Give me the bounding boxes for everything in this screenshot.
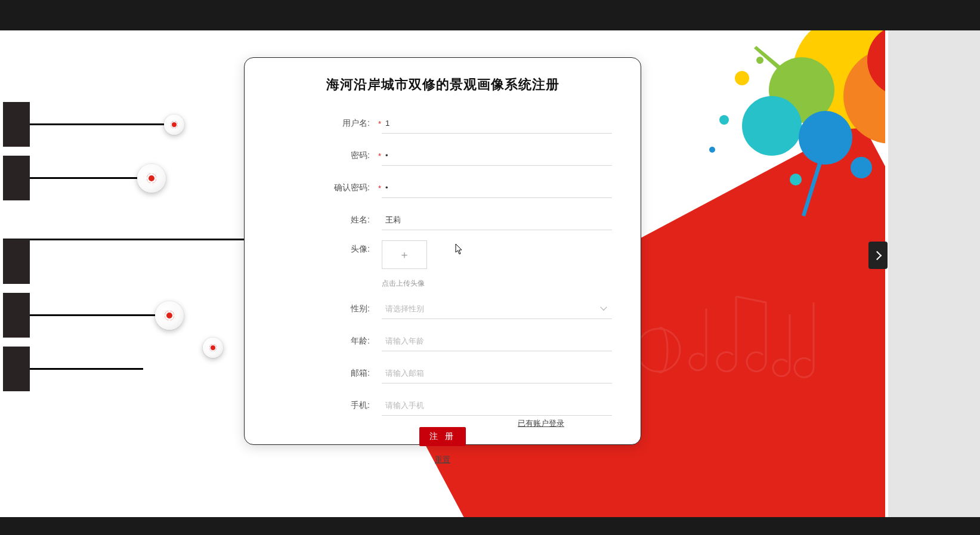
svg-point-4 <box>769 57 834 123</box>
reset-button[interactable]: 重置 <box>435 454 450 465</box>
username-field[interactable] <box>382 113 612 134</box>
svg-point-8 <box>719 115 729 125</box>
label-email: 邮箱: <box>273 368 375 379</box>
piano-key-line <box>30 314 155 316</box>
email-field[interactable] <box>382 363 612 384</box>
required-mark: * <box>375 151 382 160</box>
required-mark: * <box>375 184 382 193</box>
cd-disc-icon <box>137 164 166 193</box>
piano-key-line <box>30 123 164 125</box>
svg-point-9 <box>756 57 763 64</box>
content-canvas: 海河沿岸城市双修的景观画像系统注册 用户名: * 密码: * 确认密码: * 姓… <box>3 30 885 517</box>
required-mark: * <box>375 119 382 128</box>
age-field[interactable] <box>382 331 612 351</box>
label-password: 密码: <box>273 150 375 161</box>
cd-disc-icon <box>164 115 184 135</box>
gallery-next-button[interactable] <box>868 242 888 269</box>
piano-black-key <box>3 347 30 391</box>
piano-key-line <box>30 177 137 179</box>
cd-disc-icon <box>155 301 184 330</box>
label-name: 姓名: <box>273 215 375 225</box>
confirm-password-field[interactable] <box>382 178 612 198</box>
piano-black-key <box>3 293 30 338</box>
label-confirm-password: 确认密码: <box>273 183 375 193</box>
piano-black-key <box>3 239 30 284</box>
svg-point-10 <box>709 147 715 153</box>
form-title: 海河沿岸城市双修的景观画像系统注册 <box>273 76 612 94</box>
avatar-upload-hint: 点击上传头像 <box>382 279 427 289</box>
register-button[interactable]: 注 册 <box>419 427 466 446</box>
label-avatar: 头像: <box>273 240 375 255</box>
register-form-card: 海河沿岸城市双修的景观画像系统注册 用户名: * 密码: * 确认密码: * 姓… <box>244 57 641 445</box>
gallery-right-margin <box>888 30 980 517</box>
svg-point-7 <box>735 71 749 85</box>
svg-point-5 <box>742 96 802 156</box>
window-top-bar <box>0 0 980 30</box>
label-age: 年龄: <box>273 336 375 347</box>
label-phone: 手机: <box>273 400 375 411</box>
name-field[interactable] <box>382 210 612 230</box>
cd-disc-icon <box>203 338 223 358</box>
avatar-upload-button[interactable]: ＋ <box>382 240 427 269</box>
svg-point-3 <box>867 30 885 96</box>
piano-key-line <box>30 368 143 370</box>
piano-black-key <box>3 102 30 147</box>
login-link[interactable]: 已有账户登录 <box>518 418 564 429</box>
gender-select[interactable] <box>382 299 612 319</box>
password-field[interactable] <box>382 146 612 166</box>
window-bottom-bar <box>0 517 980 535</box>
piano-key-line <box>3 239 268 240</box>
piano-black-key <box>3 156 30 200</box>
svg-point-1 <box>793 30 885 129</box>
label-username: 用户名: <box>273 118 375 129</box>
plus-icon: ＋ <box>399 248 410 262</box>
phone-field[interactable] <box>382 395 612 416</box>
label-gender: 性别: <box>273 304 375 314</box>
